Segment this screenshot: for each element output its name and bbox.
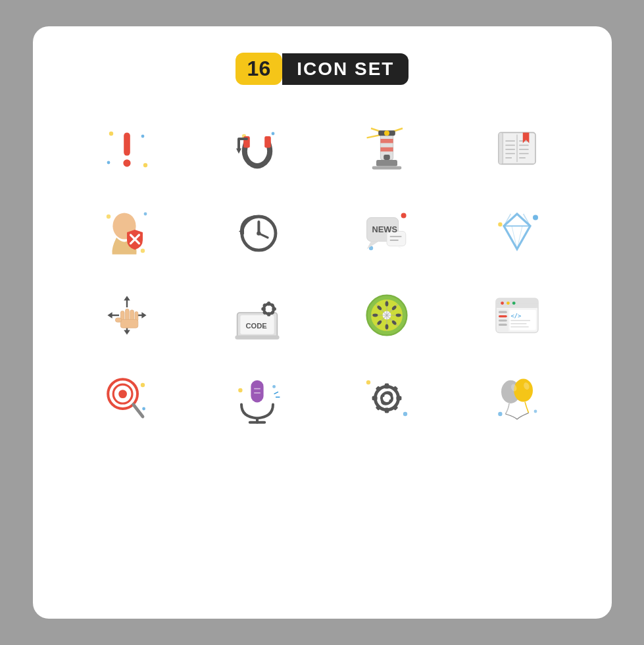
svg-text:CODE: CODE (245, 322, 267, 330)
svg-point-143 (403, 412, 407, 416)
lollipop-icon-cell (66, 360, 189, 436)
svg-point-106 (396, 314, 401, 317)
svg-point-115 (507, 301, 510, 305)
svg-text:NEWS: NEWS (372, 224, 398, 234)
lighthouse-icon-cell (326, 111, 449, 188)
svg-point-1 (141, 135, 145, 138)
svg-point-133 (238, 388, 242, 392)
svg-point-131 (118, 390, 127, 398)
svg-rect-148 (372, 396, 378, 400)
svg-point-2 (107, 161, 111, 165)
svg-rect-89 (267, 312, 270, 316)
microphone-icon-cell (195, 360, 319, 436)
svg-marker-71 (142, 312, 147, 319)
badge-number: 16 (235, 53, 283, 85)
svg-point-5 (124, 159, 131, 167)
svg-point-36 (107, 215, 111, 219)
svg-rect-121 (499, 324, 507, 326)
svg-point-114 (501, 301, 504, 305)
gear-search-icon (360, 372, 413, 425)
exclamation-icon-cell (66, 111, 189, 188)
main-card: 16 ICON SET (33, 26, 612, 619)
header: 16 ICON SET (235, 53, 409, 85)
svg-line-135 (274, 392, 278, 394)
history-icon-cell (195, 194, 319, 271)
lighthouse-icon (360, 123, 413, 176)
svg-point-127 (141, 383, 145, 387)
badge-title: ICON SET (282, 53, 409, 85)
lollipop-icon (101, 372, 153, 425)
svg-rect-84 (235, 335, 279, 339)
magnet-icon (231, 123, 284, 176)
svg-line-45 (259, 234, 268, 238)
web-code-icon-cell: </> (455, 277, 579, 353)
svg-rect-23 (499, 132, 503, 164)
microphone-icon (231, 372, 284, 425)
svg-line-65 (517, 226, 530, 249)
svg-line-132 (134, 405, 143, 417)
svg-point-38 (141, 249, 145, 253)
gesture-icon (101, 289, 153, 342)
svg-marker-52 (397, 246, 403, 249)
security-head-icon-cell (66, 194, 189, 271)
svg-point-56 (533, 215, 538, 220)
svg-rect-90 (261, 307, 265, 311)
svg-point-142 (366, 380, 370, 384)
svg-rect-9 (264, 136, 271, 148)
svg-rect-88 (267, 301, 270, 305)
magnet-icon-cell (195, 111, 319, 188)
svg-point-157 (533, 410, 537, 413)
news-icon: NEWS (360, 206, 413, 259)
svg-point-104 (385, 324, 389, 330)
svg-point-3 (143, 163, 147, 167)
svg-point-134 (272, 385, 276, 388)
svg-text:</>: </> (510, 313, 521, 319)
svg-line-61 (517, 214, 530, 226)
book-icon (491, 123, 543, 176)
code-settings-icon: CODE (231, 289, 284, 342)
gesture-icon-cell (66, 277, 189, 353)
svg-point-18 (384, 130, 389, 136)
exclamation-icon (101, 123, 153, 176)
svg-marker-69 (108, 312, 112, 319)
svg-rect-118 (499, 311, 507, 313)
svg-point-37 (144, 213, 147, 216)
web-code-icon: </> (491, 289, 543, 342)
svg-rect-147 (385, 407, 389, 413)
icon-grid: NEWS (66, 111, 579, 436)
svg-point-57 (498, 222, 502, 226)
gear-search-icon-cell (326, 360, 449, 436)
diamond-icon-cell (455, 194, 579, 271)
svg-rect-137 (251, 380, 263, 403)
book-icon-cell (455, 111, 579, 188)
svg-rect-149 (397, 396, 402, 400)
svg-rect-4 (124, 132, 130, 155)
svg-point-159 (514, 378, 533, 401)
svg-rect-146 (385, 384, 389, 389)
svg-rect-81 (116, 318, 122, 322)
svg-point-128 (142, 407, 145, 411)
security-head-icon (101, 206, 153, 259)
svg-line-60 (504, 214, 517, 226)
svg-point-116 (512, 301, 516, 305)
svg-rect-20 (384, 155, 390, 160)
svg-point-103 (385, 301, 389, 306)
balloons-icon (491, 372, 543, 425)
svg-point-0 (109, 132, 113, 136)
news-icon-cell: NEWS (326, 194, 449, 271)
svg-point-105 (373, 314, 378, 317)
svg-rect-120 (499, 319, 507, 321)
diamond-icon (491, 206, 543, 259)
history-icon (231, 206, 284, 259)
code-settings-icon-cell: CODE (195, 277, 319, 353)
svg-rect-15 (381, 139, 393, 143)
svg-point-47 (401, 213, 407, 218)
svg-rect-21 (372, 167, 402, 170)
svg-rect-119 (499, 315, 507, 317)
svg-rect-16 (381, 147, 393, 151)
svg-line-64 (504, 226, 517, 249)
kiwi-icon-cell (326, 277, 449, 353)
svg-marker-73 (124, 296, 130, 300)
svg-rect-91 (272, 307, 276, 311)
svg-rect-80 (121, 319, 138, 328)
